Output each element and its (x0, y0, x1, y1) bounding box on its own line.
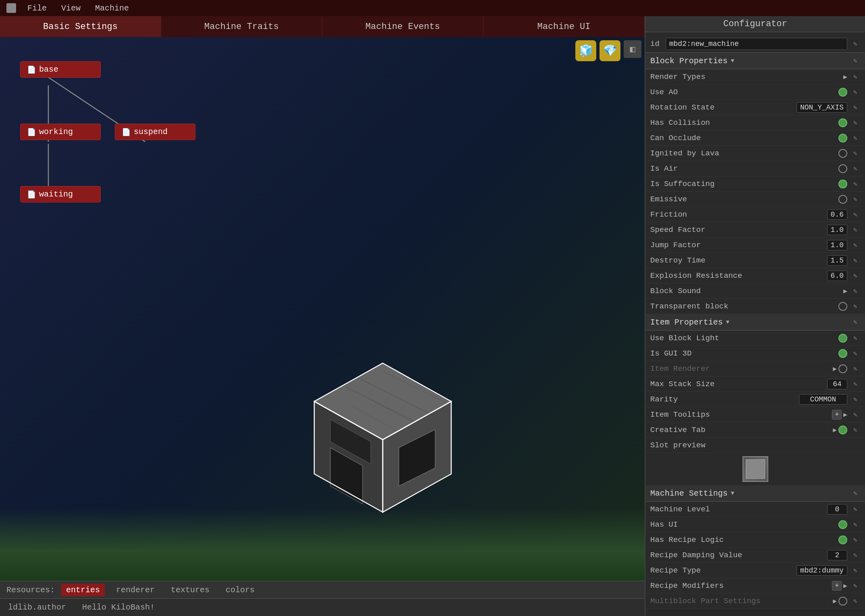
recipe-type-value[interactable]: mbd2:dummy (797, 565, 847, 576)
speed-factor-row[interactable]: Speed Factor 1.0 ✎ (645, 222, 865, 238)
menu-file[interactable]: File (24, 3, 50, 14)
multiblock-toggle[interactable] (838, 597, 847, 606)
creative-tab-row[interactable]: Creative Tab ▶ ✎ (645, 422, 865, 438)
transparent-block-row[interactable]: Transparent block ✎ (645, 299, 865, 314)
jump-factor-value[interactable]: 1.0 (827, 240, 847, 250)
explosion-resistance-edit[interactable]: ✎ (850, 271, 860, 281)
node-canvas[interactable]: 🧊 💎 ◧ 📄 (0, 37, 645, 581)
friction-value[interactable]: 0.6 (827, 209, 847, 220)
recipe-damping-edit[interactable]: ✎ (850, 550, 860, 560)
rotation-state-row[interactable]: Rotation State NON_Y_AXIS ✎ (645, 100, 865, 115)
machine-level-row[interactable]: Machine Level 0 ✎ (645, 502, 865, 517)
transparent-block-edit[interactable]: ✎ (850, 302, 860, 311)
recipe-modifiers-row[interactable]: Recipe Modifiers + ▶ ✎ (645, 578, 865, 593)
explosion-resistance-row[interactable]: Explosion Resistance 6.0 ✎ (645, 268, 865, 283)
has-recipe-logic-edit[interactable]: ✎ (850, 535, 860, 545)
transparent-block-toggle[interactable] (838, 302, 847, 311)
has-collision-toggle[interactable] (838, 118, 847, 127)
use-ao-row[interactable]: Use AO ✎ (645, 85, 865, 100)
item-renderer-row[interactable]: Item Renderer ▶ ✎ (645, 361, 865, 376)
node-waiting[interactable]: 📄 waiting (20, 186, 101, 203)
is-suffocating-edit[interactable]: ✎ (850, 179, 860, 189)
item-tooltips-edit[interactable]: ✎ (850, 410, 860, 420)
panel-toggle-btn[interactable]: ◧ (624, 40, 641, 58)
recipe-modifiers-add[interactable]: + (832, 581, 842, 591)
jump-factor-edit[interactable]: ✎ (850, 240, 860, 250)
tab-basic-settings[interactable]: Basic Settings (0, 16, 161, 37)
block-sound-edit[interactable]: ✎ (850, 286, 860, 296)
multiblock-edit[interactable]: ✎ (850, 596, 860, 606)
emissive-row[interactable]: Emissive ✎ (645, 192, 865, 207)
is-suffocating-toggle[interactable] (838, 180, 847, 188)
render-types-edit[interactable]: ✎ (850, 72, 860, 82)
recipe-type-edit[interactable]: ✎ (850, 566, 860, 575)
recipe-damping-value[interactable]: 2 (827, 550, 847, 560)
is-suffocating-row[interactable]: Is Suffocating ✎ (645, 176, 865, 192)
block-properties-header[interactable]: Block Properties ▼ ✎ (645, 53, 865, 69)
node-working[interactable]: 📄 working (20, 124, 101, 140)
block-sound-row[interactable]: Block Sound ▶ ✎ (645, 283, 865, 299)
item-tooltips-row[interactable]: Item Tooltips + ▶ ✎ (645, 407, 865, 422)
emissive-toggle[interactable] (838, 195, 847, 204)
destroy-time-value[interactable]: 1.5 (827, 255, 847, 266)
resource-tab-colors[interactable]: colors (221, 584, 259, 596)
rotation-state-value[interactable]: NON_Y_AXIS (797, 102, 847, 113)
node-base[interactable]: 📄 base (20, 61, 101, 78)
is-air-edit[interactable]: ✎ (850, 164, 860, 174)
block-btn[interactable]: 🧊 (575, 40, 596, 61)
creative-tab-toggle[interactable] (838, 426, 847, 434)
speed-factor-value[interactable]: 1.0 (827, 225, 847, 235)
jump-factor-row[interactable]: Jump Factor 1.0 ✎ (645, 238, 865, 253)
has-ui-row[interactable]: Has UI ✎ (645, 517, 865, 532)
can-occlude-toggle[interactable] (838, 134, 847, 143)
resource-tab-entries[interactable]: entries (61, 584, 105, 596)
multiblock-part-settings-row[interactable]: Multiblock Part Settings ▶ ✎ (645, 593, 865, 609)
tab-machine-ui[interactable]: Machine UI (483, 16, 645, 37)
has-collision-edit[interactable]: ✎ (850, 118, 860, 128)
use-ao-edit[interactable]: ✎ (850, 87, 860, 97)
item-renderer-toggle[interactable] (838, 364, 847, 373)
tab-machine-traits[interactable]: Machine Traits (161, 16, 322, 37)
can-occlude-edit[interactable]: ✎ (850, 133, 860, 143)
ignited-by-lava-row[interactable]: Ignited by Lava ✎ (645, 146, 865, 161)
menu-view[interactable]: View (58, 3, 84, 14)
max-stack-size-edit[interactable]: ✎ (850, 379, 860, 389)
rarity-edit[interactable]: ✎ (850, 395, 860, 404)
has-collision-row[interactable]: Has Collision ✎ (645, 115, 865, 130)
rarity-value[interactable]: COMMON (799, 394, 847, 405)
machine-settings-header[interactable]: Machine Settings ▼ ✎ (645, 485, 865, 502)
recipe-modifiers-edit[interactable]: ✎ (850, 581, 860, 591)
use-block-light-row[interactable]: Use Block Light ✎ (645, 331, 865, 346)
resource-tab-renderer[interactable]: renderer (111, 584, 160, 596)
friction-row[interactable]: Friction 0.6 ✎ (645, 207, 865, 222)
use-block-light-edit[interactable]: ✎ (850, 333, 860, 343)
item-btn[interactable]: 💎 (599, 40, 620, 61)
ignited-by-lava-toggle[interactable] (838, 149, 847, 158)
block-properties-edit[interactable]: ✎ (850, 56, 860, 66)
has-ui-toggle[interactable] (838, 520, 847, 529)
friction-edit[interactable]: ✎ (850, 210, 860, 219)
item-renderer-edit[interactable]: ✎ (850, 364, 860, 374)
id-edit-icon[interactable]: ✎ (850, 39, 860, 49)
explosion-resistance-value[interactable]: 6.0 (827, 271, 847, 281)
use-ao-toggle[interactable] (838, 88, 847, 97)
machine-level-value[interactable]: 0 (827, 504, 847, 515)
config-scroll[interactable]: id mbd2:new_machine ✎ Block Properties ▼… (645, 32, 865, 616)
recipe-type-row[interactable]: Recipe Type mbd2:dummy ✎ (645, 563, 865, 578)
tab-machine-events[interactable]: Machine Events (322, 16, 483, 37)
rarity-row[interactable]: Rarity COMMON ✎ (645, 392, 865, 407)
machine-settings-edit[interactable]: ✎ (850, 488, 860, 498)
rotation-state-edit[interactable]: ✎ (850, 103, 860, 112)
render-types-row[interactable]: Render Types ▶ ✎ (645, 69, 865, 85)
emissive-edit[interactable]: ✎ (850, 194, 860, 204)
is-air-toggle[interactable] (838, 164, 847, 173)
menu-machine[interactable]: Machine (92, 3, 132, 14)
is-gui-3d-toggle[interactable] (838, 349, 847, 358)
has-recipe-logic-row[interactable]: Has Recipe Logic ✎ (645, 532, 865, 548)
can-occlude-row[interactable]: Can Occlude ✎ (645, 130, 865, 146)
max-stack-size-row[interactable]: Max Stack Size 64 ✎ (645, 376, 865, 392)
destroy-time-edit[interactable]: ✎ (850, 256, 860, 265)
is-air-row[interactable]: Is Air ✎ (645, 161, 865, 176)
resource-tab-textures[interactable]: textures (166, 584, 214, 596)
creative-tab-edit[interactable]: ✎ (850, 425, 860, 435)
